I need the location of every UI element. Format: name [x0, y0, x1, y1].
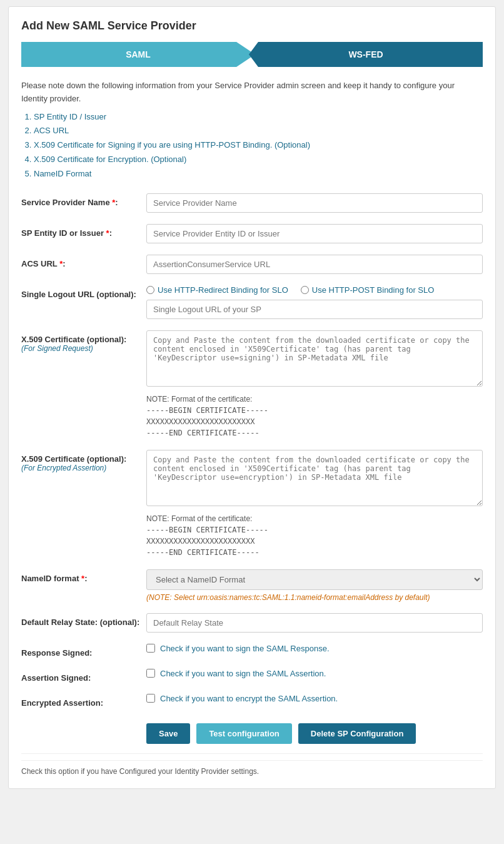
slo-radio-group: Use HTTP-Redirect Binding for SLO Use HT…	[146, 285, 483, 295]
sp-entity-id-row: SP Entity ID or Issuer *:	[21, 224, 483, 243]
response-signed-row: Response Signed: Check if you want to si…	[21, 644, 483, 658]
service-provider-name-row: Service Provider Name *:	[21, 193, 483, 213]
x509-signing-row: X.509 Certificate (optional): (For Signe…	[21, 330, 483, 439]
assertion-signed-checkbox-row: Check if you want to sign the SAML Asser…	[146, 669, 483, 678]
response-signed-checkbox-label: Check if you want to sign the SAML Respo…	[160, 644, 330, 653]
intro-item-1: SP Entity ID / Issuer	[34, 111, 483, 124]
x509-encryption-note: NOTE: Format of the certificate: -----BE…	[146, 513, 483, 558]
x509-encryption-control: NOTE: Format of the certificate: -----BE…	[146, 450, 483, 558]
assertion-signed-checkbox-label: Check if you want to sign the SAML Asser…	[160, 669, 326, 678]
response-signed-checkbox[interactable]	[146, 644, 155, 653]
sp-entity-id-input[interactable]	[146, 224, 483, 243]
radio-http-post-input[interactable]	[301, 286, 309, 294]
encrypted-assertion-label: Encrypted Assertion:	[21, 694, 146, 708]
response-signed-checkbox-row: Check if you want to sign the SAML Respo…	[146, 644, 483, 653]
assertion-signed-label: Assertion Signed:	[21, 669, 146, 683]
radio-http-redirect[interactable]: Use HTTP-Redirect Binding for SLO	[146, 285, 288, 295]
tab-bar: SAML WS-FED	[21, 42, 483, 67]
x509-encryption-label: X.509 Certificate (optional): (For Encry…	[21, 450, 146, 472]
main-container: Add New SAML Service Provider SAML WS-FE…	[8, 6, 496, 789]
acs-url-label: ACS URL *:	[21, 255, 146, 268]
single-logout-url-row: Single Logout URL (optional): Use HTTP-R…	[21, 285, 483, 319]
acs-url-input[interactable]	[146, 255, 483, 274]
response-signed-label: Response Signed:	[21, 644, 146, 658]
single-logout-url-input[interactable]	[146, 300, 483, 319]
encrypted-assertion-row: Encrypted Assertion: Check if you want t…	[21, 694, 483, 708]
footer-divider	[21, 753, 483, 754]
nameid-format-label: NameID format *:	[21, 569, 146, 583]
page-title: Add New SAML Service Provider	[21, 19, 483, 33]
intro-list: SP Entity ID / Issuer ACS URL X.509 Cert…	[21, 111, 483, 181]
nameid-format-row: NameID format *: Select a NameID Format …	[21, 569, 483, 602]
test-configuration-button[interactable]: Test configuration	[196, 723, 291, 744]
default-relay-state-row: Default Relay State: (optional):	[21, 613, 483, 633]
encrypted-assertion-checkbox-label: Check if you want to encrypt the SAML As…	[160, 694, 338, 703]
nameid-note: (NOTE: Select urn:oasis:names:tc:SAML:1.…	[146, 593, 483, 602]
x509-encryption-row: X.509 Certificate (optional): (For Encry…	[21, 450, 483, 558]
default-relay-state-control	[146, 613, 483, 633]
service-provider-name-input[interactable]	[146, 193, 483, 213]
service-provider-name-label: Service Provider Name *:	[21, 193, 146, 207]
assertion-signed-control: Check if you want to sign the SAML Asser…	[146, 669, 483, 678]
tab-saml[interactable]: SAML	[21, 42, 255, 67]
x509-encryption-textarea[interactable]	[146, 450, 483, 506]
response-signed-control: Check if you want to sign the SAML Respo…	[146, 644, 483, 653]
x509-signing-textarea[interactable]	[146, 330, 483, 387]
intro-item-2: ACS URL	[34, 125, 483, 138]
intro-text: Please note down the following informati…	[21, 79, 483, 106]
intro-item-3: X.509 Certificate for Signing if you are…	[34, 139, 483, 152]
default-relay-state-label: Default Relay State: (optional):	[21, 613, 146, 627]
single-logout-url-control: Use HTTP-Redirect Binding for SLO Use HT…	[146, 285, 483, 319]
x509-signing-control: NOTE: Format of the certificate: -----BE…	[146, 330, 483, 439]
sp-entity-id-label: SP Entity ID or Issuer *:	[21, 224, 146, 238]
x509-signing-note: NOTE: Format of the certificate: -----BE…	[146, 394, 483, 439]
service-provider-name-control	[146, 193, 483, 213]
encrypted-assertion-control: Check if you want to encrypt the SAML As…	[146, 694, 483, 703]
assertion-signed-checkbox[interactable]	[146, 669, 155, 678]
delete-sp-configuration-button[interactable]: Delete SP Configuration	[298, 723, 416, 744]
x509-signing-label: X.509 Certificate (optional): (For Signe…	[21, 330, 146, 353]
info-section: Please note down the following informati…	[21, 79, 483, 181]
single-logout-url-label: Single Logout URL (optional):	[21, 285, 146, 299]
default-relay-state-input[interactable]	[146, 613, 483, 633]
encrypted-assertion-checkbox-row: Check if you want to encrypt the SAML As…	[146, 694, 483, 703]
button-row: Save Test configuration Delete SP Config…	[21, 723, 483, 744]
intro-item-5: NameID Format	[34, 168, 483, 181]
tab-wsfed[interactable]: WS-FED	[249, 42, 483, 67]
sp-entity-id-control	[146, 224, 483, 243]
radio-http-post[interactable]: Use HTTP-POST Binding for SLO	[301, 285, 435, 295]
save-button[interactable]: Save	[146, 723, 190, 744]
footer-note: Check this option if you have Configured…	[21, 760, 483, 776]
nameid-format-select[interactable]: Select a NameID Format urn:oasis:names:t…	[146, 569, 483, 590]
acs-url-control	[146, 255, 483, 274]
acs-url-row: ACS URL *:	[21, 255, 483, 274]
encrypted-assertion-checkbox[interactable]	[146, 694, 155, 703]
intro-item-4: X.509 Certificate for Encryption. (Optio…	[34, 153, 483, 166]
nameid-format-control: Select a NameID Format urn:oasis:names:t…	[146, 569, 483, 602]
assertion-signed-row: Assertion Signed: Check if you want to s…	[21, 669, 483, 683]
radio-http-redirect-input[interactable]	[146, 286, 154, 294]
